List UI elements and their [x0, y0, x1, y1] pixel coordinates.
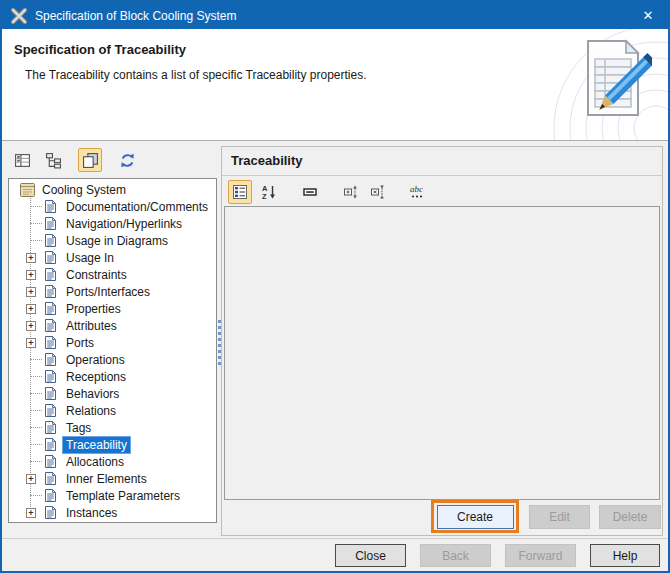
tree-item-attributes[interactable]: +Attributes: [9, 317, 216, 334]
tree-item-operations[interactable]: Operations: [9, 351, 216, 368]
traceability-list[interactable]: [224, 206, 660, 500]
tree-connector: [30, 495, 42, 496]
cascade-view-icon[interactable]: [78, 148, 102, 172]
expand-icon[interactable]: +: [26, 287, 36, 297]
document-icon: [44, 250, 59, 265]
tree-item-label: Navigation/Hyperlinks: [63, 216, 185, 232]
back-button: Back: [420, 544, 491, 567]
create-highlight-ring: Create: [431, 500, 519, 533]
view-mode-toolbar: [10, 148, 139, 172]
tree-connector: [30, 461, 42, 462]
tree-items: Cooling SystemDocumentation/CommentsNavi…: [9, 179, 216, 521]
delete-button: Delete: [599, 505, 661, 529]
expand-icon[interactable]: +: [26, 321, 36, 331]
tree-item-documentation-comments[interactable]: Documentation/Comments: [9, 198, 216, 215]
magicdraw-logo-icon: [11, 8, 27, 24]
tree-connector: [30, 393, 42, 394]
tree-item-receptions[interactable]: Receptions: [9, 368, 216, 385]
tree-item-label: Cooling System: [39, 182, 129, 198]
tree-item-label: Usage In: [63, 250, 117, 266]
tree-connector: [30, 376, 42, 377]
expand-icon[interactable]: +: [26, 304, 36, 314]
document-pencil-icon: [578, 37, 652, 125]
tree-item-behaviors[interactable]: Behaviors: [9, 385, 216, 402]
tree-item-relations[interactable]: Relations: [9, 402, 216, 419]
banner-title: Specification of Traceability: [14, 42, 186, 57]
tree-item-label: Operations: [63, 352, 128, 368]
expand-icon[interactable]: +: [26, 508, 36, 518]
close-icon[interactable]: ✕: [628, 2, 668, 29]
tree-connector: [30, 444, 42, 445]
tree-item-label: Ports: [63, 335, 97, 351]
tree-item-allocations[interactable]: Allocations: [9, 453, 216, 470]
tree-item-label: Relations: [63, 403, 119, 419]
panel-title: Traceability: [231, 153, 303, 168]
expand-nodes-icon[interactable]: [339, 180, 363, 204]
create-button[interactable]: Create: [437, 505, 514, 529]
tree-item-label: Documentation/Comments: [63, 199, 211, 215]
title-bar: Specification of Block Cooling System ✕: [2, 2, 668, 29]
filter-properties-icon[interactable]: abc: [407, 180, 431, 204]
tree-connector: [30, 240, 42, 241]
footer: Close Back Forward Help: [2, 538, 668, 571]
tree-item-properties[interactable]: +Properties: [9, 300, 216, 317]
tree-item-ports-interfaces[interactable]: +Ports/Interfaces: [9, 283, 216, 300]
tree-item-usage-in[interactable]: +Usage In: [9, 249, 216, 266]
document-icon: [44, 505, 59, 520]
banner: Specification of Traceability The Tracea…: [2, 29, 668, 141]
document-icon: [44, 420, 59, 435]
tree-connector: [30, 206, 42, 207]
tree-item-label: Behaviors: [63, 386, 122, 402]
tree-item-label: Ports/Interfaces: [63, 284, 153, 300]
tree-item-constraints[interactable]: +Constraints: [9, 266, 216, 283]
document-icon: [44, 471, 59, 486]
tree-item-label: Traceability: [63, 437, 130, 453]
svg-text:abc: abc: [410, 184, 423, 194]
tree-item-navigation-hyperlinks[interactable]: Navigation/Hyperlinks: [9, 215, 216, 232]
categorized-view-icon[interactable]: [228, 180, 252, 204]
expand-icon[interactable]: +: [26, 338, 36, 348]
document-icon: [44, 199, 59, 214]
window-title: Specification of Block Cooling System: [35, 9, 236, 23]
tree-item-usage-in-diagrams[interactable]: Usage in Diagrams: [9, 232, 216, 249]
tree-item-cooling-system[interactable]: Cooling System: [9, 181, 216, 198]
document-icon: [44, 267, 59, 282]
forward-button: Forward: [505, 544, 576, 567]
document-icon: [44, 301, 59, 316]
svg-text:Z: Z: [262, 192, 267, 200]
show-fields-icon[interactable]: [298, 180, 322, 204]
tree-connector: [30, 410, 42, 411]
tree-item-inner-elements[interactable]: +Inner Elements: [9, 470, 216, 487]
document-icon: [44, 233, 59, 248]
tree-connector: [30, 427, 42, 428]
refresh-icon[interactable]: [115, 148, 139, 172]
specification-tree: Cooling SystemDocumentation/CommentsNavi…: [8, 178, 217, 523]
expand-icon[interactable]: +: [26, 270, 36, 280]
collapse-nodes-icon[interactable]: [366, 180, 390, 204]
traceability-panel: Traceability A Z: [221, 146, 663, 536]
panel-separator: [222, 175, 662, 176]
tree-item-instances[interactable]: +Instances: [9, 504, 216, 521]
tree-item-label: Constraints: [63, 267, 130, 283]
sort-alphabetically-icon[interactable]: A Z: [257, 180, 281, 204]
properties-view-icon[interactable]: [10, 148, 34, 172]
tree-connector: [30, 359, 42, 360]
document-icon: [44, 352, 59, 367]
document-icon: [44, 403, 59, 418]
specification-dialog: Specification of Block Cooling System ✕ …: [0, 0, 670, 573]
tree-item-template-parameters[interactable]: Template Parameters: [9, 487, 216, 504]
tree-item-tags[interactable]: Tags: [9, 419, 216, 436]
expand-icon[interactable]: +: [26, 474, 36, 484]
tree-item-ports[interactable]: +Ports: [9, 334, 216, 351]
expand-icon[interactable]: +: [26, 253, 36, 263]
document-icon: [44, 335, 59, 350]
tree-item-traceability[interactable]: Traceability: [9, 436, 216, 453]
tree-item-label: Receptions: [63, 369, 129, 385]
help-button[interactable]: Help: [590, 544, 660, 567]
tree-view-icon[interactable]: [41, 148, 65, 172]
document-icon: [44, 369, 59, 384]
document-icon: [44, 454, 59, 469]
close-button[interactable]: Close: [335, 544, 406, 567]
tree-item-label: Attributes: [63, 318, 120, 334]
banner-description: The Traceability contains a list of spec…: [25, 68, 366, 82]
